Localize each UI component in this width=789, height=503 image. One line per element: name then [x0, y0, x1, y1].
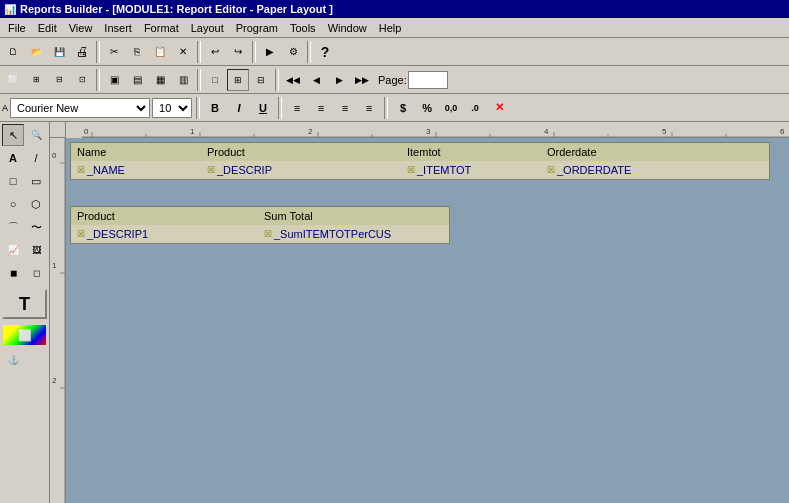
field-name[interactable]: ☒ _NAME	[73, 164, 203, 176]
menu-program[interactable]: Program	[230, 20, 284, 36]
delete-button[interactable]: ✕	[172, 41, 194, 63]
text-tool[interactable]: A	[2, 147, 24, 169]
view-btn1[interactable]: ⬜	[2, 69, 24, 91]
clear-format-button[interactable]: ✕	[488, 97, 510, 119]
cut-button[interactable]: ✂	[103, 41, 125, 63]
underline-button[interactable]: U	[252, 97, 274, 119]
select-tool[interactable]: ↖	[2, 124, 24, 146]
chart-tool[interactable]: 📈	[2, 239, 24, 261]
page-label: Page:	[378, 74, 407, 86]
group-field-sum[interactable]: ☒ _SumITEMTOTPerCUS	[260, 228, 447, 240]
svg-text:6: 6	[780, 127, 785, 136]
toolbar1: 🗋 📂 💾 🖨 ✂ ⎘ 📋 ✕ ↩ ↪ ▶ ⚙ ?	[0, 38, 789, 66]
new-button[interactable]: 🗋	[2, 41, 24, 63]
layout-btn3[interactable]: ▦	[149, 69, 171, 91]
sep10	[384, 97, 388, 119]
anchor-tool[interactable]: ⚓	[2, 349, 24, 371]
field-orderdate[interactable]: ☒ _ORDERDATE	[543, 164, 683, 176]
ellipse-tool[interactable]: ○	[2, 193, 24, 215]
menu-view[interactable]: View	[63, 20, 99, 36]
undo-button[interactable]: ↩	[204, 41, 226, 63]
col-name: Name	[73, 146, 203, 158]
view-btn4[interactable]: ⊡	[71, 69, 93, 91]
run-button[interactable]: ▶	[259, 41, 281, 63]
menu-edit[interactable]: Edit	[32, 20, 63, 36]
currency-button[interactable]: $	[392, 97, 414, 119]
layout-btn4[interactable]: ▥	[172, 69, 194, 91]
align-right-button[interactable]: ≡	[334, 97, 356, 119]
app-icon: 📊	[4, 4, 16, 15]
menu-format[interactable]: Format	[138, 20, 185, 36]
sep1	[96, 41, 100, 63]
nav-next[interactable]: ▶	[328, 69, 350, 91]
title-bar: 📊 Reports Builder - [MODULE1: Report Edi…	[0, 0, 789, 18]
menu-bar: File Edit View Insert Format Layout Prog…	[0, 18, 789, 38]
sep5	[96, 69, 100, 91]
sep2	[197, 41, 201, 63]
align-left-button[interactable]: ≡	[286, 97, 308, 119]
save-button[interactable]: 💾	[48, 41, 70, 63]
zoom-btn1[interactable]: □	[204, 69, 226, 91]
number-format-button[interactable]: 0,0	[440, 97, 462, 119]
menu-insert[interactable]: Insert	[98, 20, 138, 36]
compile-button[interactable]: ⚙	[282, 41, 304, 63]
menu-help[interactable]: Help	[373, 20, 408, 36]
nav-prev[interactable]: ◀	[305, 69, 327, 91]
layout-btn2[interactable]: ▤	[126, 69, 148, 91]
view-btn2[interactable]: ⊞	[25, 69, 47, 91]
arc-tool[interactable]: ⌒	[2, 216, 24, 238]
copy-button[interactable]: ⎘	[126, 41, 148, 63]
color-tool[interactable]: ◼	[2, 262, 24, 284]
menu-layout[interactable]: Layout	[185, 20, 230, 36]
header-row: Name Product Itemtot Orderdate	[71, 143, 769, 161]
help-button[interactable]: ?	[314, 41, 336, 63]
redo-button[interactable]: ↪	[227, 41, 249, 63]
align-justify-button[interactable]: ≡	[358, 97, 380, 119]
view-btn3[interactable]: ⊟	[48, 69, 70, 91]
color-picker-tool[interactable]: ⬜	[2, 324, 47, 346]
field-itemtot[interactable]: ☒ _ITEMTOT	[403, 164, 543, 176]
menu-file[interactable]: File	[2, 20, 32, 36]
paste-button[interactable]: 📋	[149, 41, 171, 63]
field-descrip[interactable]: ☒ _DESCRIP	[203, 164, 403, 176]
zoom-btn3[interactable]: ⊟	[250, 69, 272, 91]
align-center-button[interactable]: ≡	[310, 97, 332, 119]
left-toolbar: ↖ 🔍 A / □ ▭ ○ ⬡ ⌒ 〜 📈 🖼 ◼ ◻ T	[0, 122, 50, 503]
print-button[interactable]: 🖨	[71, 41, 93, 63]
group-field-descrip1[interactable]: ☒ _DESCRIP1	[73, 228, 260, 240]
sep7	[275, 69, 279, 91]
freehand-tool[interactable]: 〜	[25, 216, 47, 238]
big-text-tool[interactable]: T	[2, 289, 47, 319]
bold-button[interactable]: B	[204, 97, 226, 119]
font-name-select[interactable]: Courier New	[10, 98, 150, 118]
open-button[interactable]: 📂	[25, 41, 47, 63]
main-area: ↖ 🔍 A / □ ▭ ○ ⬡ ⌒ 〜 📈 🖼 ◼ ◻ T	[0, 122, 789, 503]
nav-last[interactable]: ▶▶	[351, 69, 373, 91]
font-style-icon: A	[2, 103, 8, 113]
svg-text:2: 2	[52, 376, 57, 385]
polygon-tool[interactable]: ⬡	[25, 193, 47, 215]
menu-window[interactable]: Window	[322, 20, 373, 36]
page-number-input[interactable]	[408, 71, 448, 89]
nav-first[interactable]: ◀◀	[282, 69, 304, 91]
rounded-rect-tool[interactable]: ▭	[25, 170, 47, 192]
svg-text:0: 0	[84, 127, 89, 136]
italic-button[interactable]: I	[228, 97, 250, 119]
menu-tools[interactable]: Tools	[284, 20, 322, 36]
decimal-button[interactable]: .0	[464, 97, 486, 119]
fill-tool[interactable]: ◻	[25, 262, 47, 284]
field-marker-3: ☒	[407, 165, 415, 175]
group-header-row: Product Sum Total	[71, 207, 449, 225]
v-ruler-svg: 0 1 2	[50, 138, 66, 503]
paper-canvas[interactable]: Name Product Itemtot Orderdate ☒ _NAME	[66, 138, 789, 503]
line-tool[interactable]: /	[25, 147, 47, 169]
rect-tool[interactable]: □	[2, 170, 24, 192]
image-tool[interactable]: 🖼	[25, 239, 47, 261]
percent-button[interactable]: %	[416, 97, 438, 119]
zoom-tool[interactable]: 🔍	[25, 124, 47, 146]
font-size-select[interactable]: 10	[152, 98, 192, 118]
layout-btn1[interactable]: ▣	[103, 69, 125, 91]
group-sum-label: _SumITEMTOTPerCUS	[274, 228, 391, 240]
svg-text:1: 1	[52, 261, 57, 270]
zoom-btn2[interactable]: ⊞	[227, 69, 249, 91]
